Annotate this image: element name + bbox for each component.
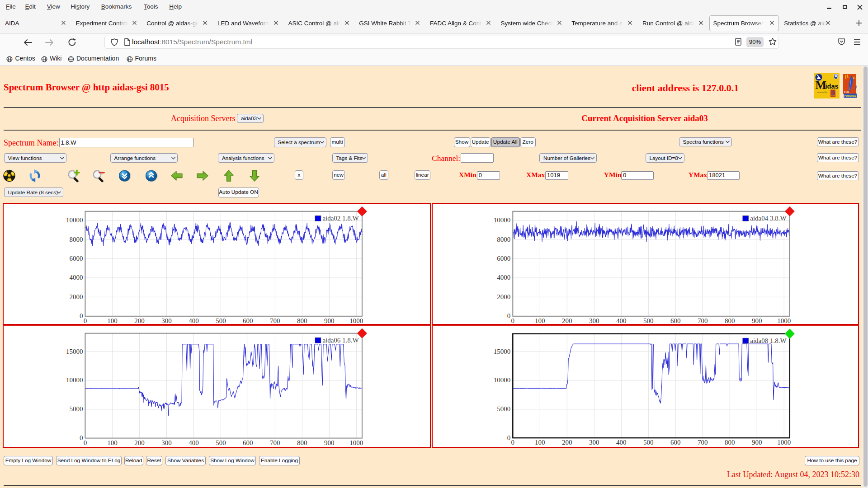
svg-text:8000: 8000 <box>69 236 83 243</box>
svg-text:900: 900 <box>324 439 335 446</box>
svg-text:aida04 3.8.W: aida04 3.8.W <box>750 215 787 222</box>
svg-text:10000: 10000 <box>66 376 83 384</box>
svg-text:6000: 6000 <box>497 255 510 262</box>
svg-text:aida02 1.8.W: aida02 1.8.W <box>322 215 359 222</box>
svg-text:6000: 6000 <box>69 255 83 262</box>
svg-text:5000: 5000 <box>69 405 83 413</box>
svg-text:0: 0 <box>511 317 515 324</box>
svg-text:0: 0 <box>507 434 511 441</box>
svg-text:aida08 1.8.W: aida08 1.8.W <box>750 337 787 344</box>
svg-text:500: 500 <box>216 439 226 446</box>
svg-text:800: 800 <box>297 439 307 446</box>
svg-text:0: 0 <box>80 312 83 319</box>
svg-text:0: 0 <box>80 434 83 441</box>
svg-text:200: 200 <box>562 439 572 446</box>
svg-text:10000: 10000 <box>66 216 83 224</box>
svg-text:aida06 1.8.W: aida06 1.8.W <box>322 337 359 344</box>
svg-text:100: 100 <box>107 317 118 324</box>
svg-text:900: 900 <box>752 439 762 446</box>
svg-text:100: 100 <box>107 439 118 446</box>
svg-text:700: 700 <box>270 439 280 446</box>
svg-text:10000: 10000 <box>494 376 511 384</box>
svg-text:300: 300 <box>161 317 172 324</box>
svg-text:M: M <box>816 79 827 92</box>
svg-text:idas: idas <box>826 83 839 90</box>
svg-text:8000: 8000 <box>497 236 510 243</box>
svg-text:0: 0 <box>84 317 87 324</box>
svg-text:300: 300 <box>589 439 599 446</box>
svg-text:1000: 1000 <box>777 439 791 446</box>
svg-text:0: 0 <box>84 439 87 446</box>
svg-text:15000: 15000 <box>494 348 511 355</box>
svg-text:400: 400 <box>616 317 627 324</box>
svg-text:900: 900 <box>752 317 762 324</box>
svg-text:300: 300 <box>589 317 599 324</box>
svg-text:900: 900 <box>324 317 335 324</box>
svg-text:200: 200 <box>134 439 145 446</box>
svg-text:200: 200 <box>134 317 145 324</box>
svg-text:10000: 10000 <box>494 216 511 224</box>
svg-text:400: 400 <box>189 439 199 446</box>
svg-text:0: 0 <box>507 312 511 319</box>
svg-text:powered by: powered by <box>817 91 827 93</box>
svg-text:300: 300 <box>161 439 172 446</box>
svg-text:POWERED: POWERED <box>844 94 856 97</box>
svg-text:500: 500 <box>216 317 226 324</box>
svg-text:800: 800 <box>297 317 307 324</box>
svg-text:1000: 1000 <box>777 317 791 324</box>
svg-text:700: 700 <box>698 317 708 324</box>
svg-text:200: 200 <box>562 317 572 324</box>
svg-text:0: 0 <box>511 439 515 446</box>
svg-text:4000: 4000 <box>497 274 510 281</box>
svg-text:TCL: TCL <box>844 90 850 94</box>
svg-text:400: 400 <box>189 317 199 324</box>
svg-text:5000: 5000 <box>497 405 510 413</box>
svg-text:2000: 2000 <box>69 293 83 300</box>
svg-text:4000: 4000 <box>69 274 83 281</box>
svg-text:600: 600 <box>670 317 681 324</box>
svg-text:500: 500 <box>643 439 654 446</box>
svg-text:700: 700 <box>270 317 280 324</box>
svg-text:15000: 15000 <box>66 348 83 355</box>
svg-text:400: 400 <box>616 439 627 446</box>
svg-text:1000: 1000 <box>349 317 363 324</box>
svg-text:800: 800 <box>725 317 735 324</box>
svg-text:100: 100 <box>535 439 545 446</box>
svg-text:600: 600 <box>243 317 253 324</box>
svg-text:100: 100 <box>535 317 545 324</box>
svg-text:500: 500 <box>643 317 654 324</box>
svg-text:800: 800 <box>725 439 735 446</box>
svg-text:1000: 1000 <box>349 439 363 446</box>
svg-text:2000: 2000 <box>497 293 510 300</box>
svg-text:600: 600 <box>243 439 253 446</box>
svg-text:700: 700 <box>698 439 708 446</box>
svg-text:600: 600 <box>670 439 681 446</box>
